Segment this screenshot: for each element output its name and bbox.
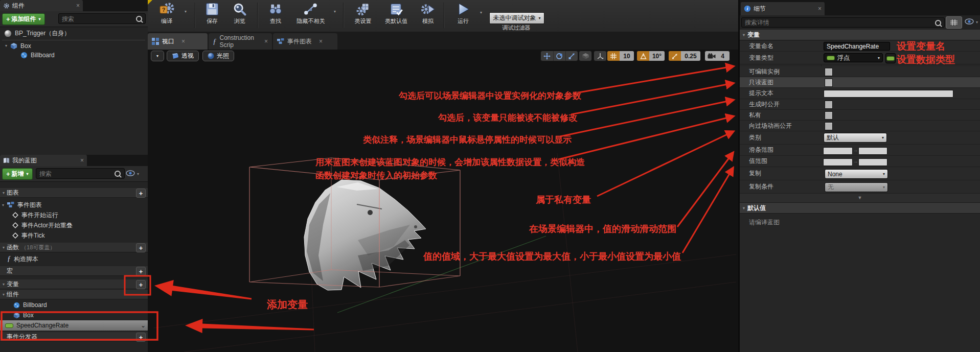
replication-condition-value: 无 [828, 183, 834, 192]
add-dispatcher-button[interactable]: + [136, 333, 146, 342]
row-construction-script[interactable]: ƒ 构造脚本 [0, 254, 155, 264]
section-variables[interactable]: ▾ 变量 [0, 279, 148, 289]
components-search-input[interactable] [58, 13, 146, 24]
tab-my-blueprint[interactable]: 我的蓝图 × [0, 155, 87, 166]
row-var-speedchangerate[interactable]: SpeedChangeRate ⌄ [0, 320, 153, 331]
lit-mode-button[interactable]: 光照 [202, 51, 234, 61]
browse-button[interactable]: 浏览 [226, 2, 253, 25]
tab-viewport[interactable]: 视口 × [148, 33, 208, 50]
my-blueprint-search-input[interactable] [36, 168, 125, 179]
expander-icon[interactable]: ▾ [5, 43, 7, 48]
section-functions[interactable]: ▾ 函数 （18可覆盖） [0, 243, 148, 252]
lit-mode-label: 光照 [217, 52, 229, 60]
slider-range-min-input[interactable] [823, 147, 853, 155]
section-variable[interactable]: ▾ 变量 [740, 30, 980, 40]
row-event-graph[interactable]: ▾ 事件图表 [0, 200, 150, 209]
row-event-tick[interactable]: 事件Tick [0, 231, 160, 240]
play-options-caret-icon[interactable]: ▾ [480, 10, 482, 15]
blueprint-readonly-checkbox[interactable] [825, 79, 833, 87]
add-function-button[interactable]: + [136, 243, 146, 252]
add-component-button[interactable]: + 添加组件 ▾ [2, 13, 45, 25]
details-search-input[interactable] [741, 17, 945, 28]
section-default-value[interactable]: ▾ 默认值 [740, 203, 980, 214]
play-button[interactable]: 运行 [449, 2, 477, 25]
close-icon[interactable]: × [181, 38, 185, 45]
class-defaults-button[interactable]: 类默认值 [379, 2, 414, 25]
expose-on-spawn-checkbox[interactable] [825, 101, 833, 109]
close-icon[interactable]: × [818, 5, 822, 12]
annotation-readonly: 勾选后，该变量只能被读不能被修改 [438, 112, 577, 124]
save-button[interactable]: 保存 [199, 2, 225, 25]
variable-name-input[interactable] [824, 42, 890, 51]
grid-snap-toggle-icon[interactable] [607, 51, 620, 61]
chevron-down-icon[interactable]: ⌄ [141, 322, 146, 329]
close-icon[interactable]: × [76, 2, 80, 9]
tree-row-billboard[interactable]: Billboard [0, 51, 168, 59]
add-variable-button[interactable]: + [136, 280, 146, 289]
camera-speed-control[interactable]: 4 [704, 51, 730, 61]
world-local-axis-button[interactable] [594, 51, 607, 61]
tree-row-box[interactable]: ▾ Box [0, 41, 153, 50]
expand-advanced-button[interactable]: ▼ [740, 194, 980, 203]
category-dropdown[interactable]: 默认 ▾ [824, 133, 887, 143]
row-var-box[interactable]: Box [0, 311, 161, 320]
debug-object-dropdown[interactable]: 未选中调试对象 ▾ [489, 12, 544, 24]
hide-unrelated-caret-icon[interactable]: ▾ [334, 9, 336, 14]
grid-snap-value[interactable]: 10 [620, 51, 634, 61]
eye-filter-caret-icon[interactable]: ▾ [137, 172, 139, 176]
find-label: 查找 [270, 17, 281, 25]
tooltip-input[interactable] [824, 90, 953, 98]
tab-components[interactable]: 组件 × [0, 0, 83, 11]
tab-details[interactable]: i 细节 × [741, 2, 825, 15]
property-matrix-button[interactable] [946, 16, 962, 29]
value-range-max-input[interactable] [858, 158, 887, 166]
tab-construction-script[interactable]: ƒ Construction Scrip × [209, 33, 272, 50]
expander-icon: ▾ [3, 282, 5, 287]
surface-snap-button[interactable] [579, 51, 592, 61]
viewport-options-button[interactable]: ▾ [151, 51, 164, 61]
instance-editable-checkbox[interactable] [825, 68, 833, 76]
tab-event-graph[interactable]: 事件图表 × [273, 33, 337, 50]
scale-snap-toggle-icon[interactable] [669, 51, 681, 61]
section-components[interactable]: ▾ 组件 [0, 290, 148, 299]
view-options-caret-icon[interactable]: ▾ [976, 20, 978, 25]
compile-button[interactable]: ? 编译 [152, 2, 181, 25]
viewport-tab-icon [152, 38, 159, 45]
find-button[interactable]: 查找 [262, 2, 289, 25]
close-icon[interactable]: × [264, 38, 268, 45]
class-settings-button[interactable]: 类设置 [348, 2, 378, 25]
add-macro-button[interactable]: + [136, 267, 146, 276]
expose-to-cinematics-checkbox[interactable] [825, 122, 833, 130]
event-graph-icon [277, 38, 284, 44]
hide-unrelated-button[interactable]: 隐藏不相关 [290, 2, 332, 25]
section-graphs[interactable]: ▾ 图表 [0, 188, 148, 198]
row-event-begin-play[interactable]: 事件开始运行 [0, 210, 160, 220]
slider-range-max-input[interactable] [858, 147, 887, 155]
row-var-billboard[interactable]: Billboard [0, 300, 161, 310]
section-macros[interactable]: 宏 [0, 266, 148, 276]
scale-snap-value[interactable]: 0.25 [681, 51, 700, 61]
perspective-button[interactable]: 透视 [167, 51, 199, 61]
scale-tool-button[interactable] [565, 51, 578, 61]
close-icon[interactable]: × [80, 157, 84, 164]
close-icon[interactable]: × [319, 38, 323, 45]
play-icon [455, 2, 471, 17]
container-type-button[interactable] [885, 53, 896, 63]
eye-icon[interactable] [965, 18, 974, 25]
rotate-tool-button[interactable] [553, 51, 565, 61]
variable-type-dropdown[interactable]: 浮点 ▾ [824, 53, 883, 62]
compile-options-caret-icon[interactable]: ▾ [185, 9, 187, 14]
add-new-button[interactable]: + 新增 ▾ [2, 168, 33, 180]
value-range-min-input[interactable] [823, 158, 853, 166]
replication-dropdown[interactable]: None ▾ [825, 169, 888, 179]
section-event-dispatchers[interactable]: 事件分发器 [0, 332, 148, 342]
row-event-actor-overlap[interactable]: 事件Actor开始重叠 [0, 221, 160, 230]
simulate-button[interactable]: 模拟 [415, 2, 441, 25]
angle-snap-value[interactable]: 10° [649, 51, 665, 61]
eye-icon[interactable] [126, 170, 135, 176]
tree-row-bp-trigger[interactable]: BP_Trigger（自身） [0, 28, 152, 39]
private-checkbox[interactable] [825, 111, 833, 120]
angle-snap-toggle-icon[interactable] [637, 51, 649, 61]
move-tool-button[interactable] [541, 51, 553, 61]
add-graph-button[interactable]: + [136, 189, 146, 198]
